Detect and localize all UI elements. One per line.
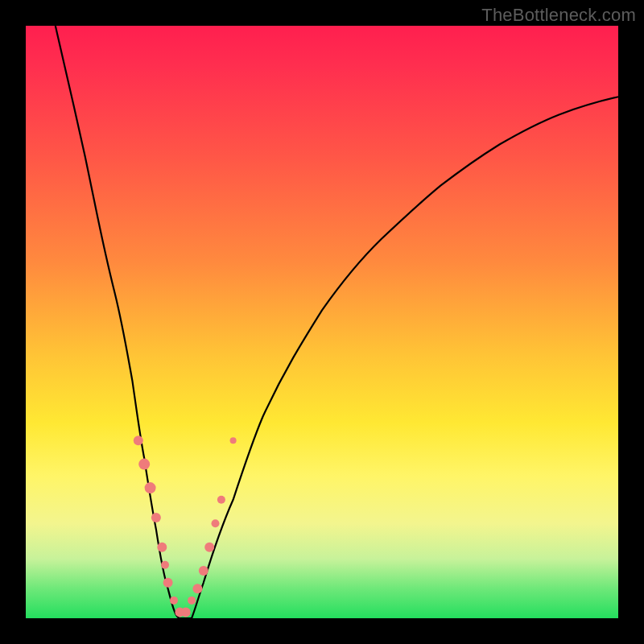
chart-frame: TheBottleneck.com — [0, 0, 644, 644]
marker-dot — [145, 482, 156, 493]
bottleneck-curve — [56, 26, 618, 618]
marker-dot — [163, 578, 173, 588]
marker-dot — [134, 436, 143, 445]
plot-area — [26, 26, 618, 618]
watermark-text: TheBottleneck.com — [481, 5, 636, 26]
marker-dot — [138, 459, 150, 470]
marker-dot — [199, 566, 208, 576]
marker-dot — [212, 519, 220, 527]
marker-dot — [151, 513, 161, 522]
marker-dot — [170, 597, 178, 605]
marker-dot — [204, 543, 214, 552]
marker-dot — [188, 597, 196, 605]
marker-dot — [192, 584, 202, 593]
marker-dot — [181, 608, 191, 617]
marker-dot — [161, 561, 169, 569]
marker-dot — [217, 496, 225, 504]
marker-dot — [230, 437, 237, 444]
marker-dot — [157, 543, 167, 552]
curve-layer — [26, 26, 618, 618]
